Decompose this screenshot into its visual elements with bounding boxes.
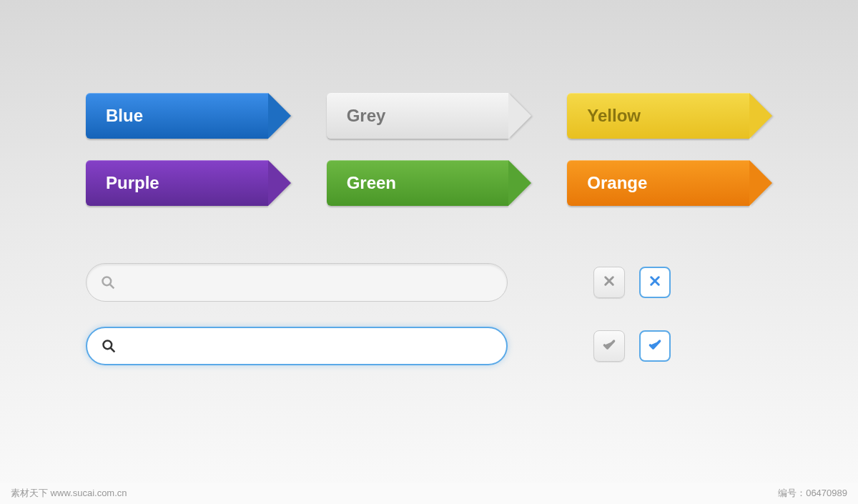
- arrow-right-icon: [749, 93, 772, 139]
- ui-kit-container: Blue Grey Yellow Purple Green Orange: [0, 0, 858, 365]
- arrow-right-icon: [268, 160, 291, 206]
- footer-id: 编号：06470989: [778, 487, 847, 500]
- arrow-right-icon: [508, 160, 531, 206]
- arrow-right-icon: [268, 93, 291, 139]
- svg-line-7: [111, 348, 115, 352]
- button-label: Green: [327, 160, 509, 206]
- button-label: Blue: [86, 93, 268, 139]
- purple-button[interactable]: Purple: [86, 160, 291, 206]
- grey-button[interactable]: Grey: [327, 93, 532, 139]
- button-label: Grey: [327, 93, 509, 139]
- search-icon: [101, 275, 115, 290]
- check-icon: [648, 337, 662, 355]
- close-button-default[interactable]: [593, 267, 625, 298]
- button-grid: Blue Grey Yellow Purple Green Orange: [86, 93, 772, 206]
- check-button-active[interactable]: [639, 330, 671, 362]
- search-input-default[interactable]: [86, 263, 508, 302]
- arrow-right-icon: [508, 93, 531, 139]
- check-button-default[interactable]: [593, 330, 625, 362]
- close-icon: [649, 275, 661, 290]
- orange-button[interactable]: Orange: [567, 160, 772, 206]
- footer-source: 素材天下 www.sucai.com.cn: [11, 487, 127, 500]
- svg-line-1: [110, 285, 114, 289]
- blue-button[interactable]: Blue: [86, 93, 291, 139]
- search-icon: [102, 339, 116, 353]
- svg-point-0: [103, 277, 112, 286]
- search-input-active[interactable]: [86, 327, 508, 365]
- search-row-active: [86, 327, 772, 365]
- footer-bar: 素材天下 www.sucai.com.cn 编号：06470989: [0, 483, 858, 504]
- icon-button-group: [593, 330, 671, 362]
- button-label: Orange: [567, 160, 749, 206]
- icon-button-group: [593, 267, 671, 298]
- svg-point-6: [104, 341, 112, 350]
- check-icon: [602, 337, 616, 355]
- search-row-default: [86, 263, 772, 302]
- button-label: Purple: [86, 160, 268, 206]
- close-button-active[interactable]: [639, 267, 671, 298]
- close-icon: [603, 275, 616, 290]
- yellow-button[interactable]: Yellow: [567, 93, 772, 139]
- button-label: Yellow: [567, 93, 749, 139]
- green-button[interactable]: Green: [327, 160, 532, 206]
- search-field[interactable]: [124, 276, 493, 289]
- arrow-right-icon: [749, 160, 772, 206]
- search-field[interactable]: [124, 340, 492, 352]
